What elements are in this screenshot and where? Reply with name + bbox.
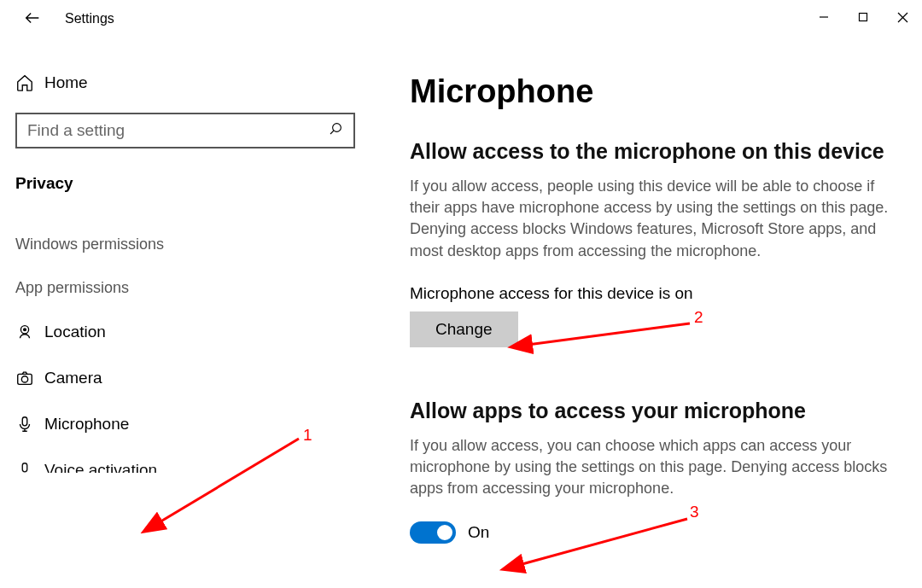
search-placeholder: Find a setting <box>27 121 125 140</box>
svg-point-7 <box>24 329 26 331</box>
allow-apps-toggle[interactable] <box>410 521 456 544</box>
close-button[interactable] <box>883 0 922 34</box>
svg-point-9 <box>21 376 27 382</box>
nav-home[interactable]: Home <box>15 73 359 92</box>
voice-activation-icon <box>15 461 44 473</box>
svg-rect-11 <box>22 463 27 472</box>
category-privacy: Privacy <box>15 174 359 193</box>
svg-line-5 <box>330 131 334 134</box>
back-button[interactable] <box>15 2 50 36</box>
group-app-permissions: App permissions <box>15 279 359 297</box>
maximize-button[interactable] <box>843 0 883 34</box>
sidebar-item-camera[interactable]: Camera <box>15 369 359 387</box>
microphone-icon <box>15 415 44 434</box>
change-button[interactable]: Change <box>410 311 518 347</box>
svg-point-4 <box>333 124 341 132</box>
sidebar-item-label: Camera <box>44 369 102 387</box>
microphone-access-status: Microphone access for this device is on <box>410 284 905 303</box>
group-windows-permissions: Windows permissions <box>15 236 359 253</box>
svg-rect-1 <box>860 14 867 21</box>
section2-heading: Allow apps to access your microphone <box>410 399 905 423</box>
nav-home-label: Home <box>44 73 88 92</box>
svg-rect-10 <box>22 417 27 426</box>
minimize-button[interactable] <box>804 0 843 34</box>
search-input[interactable]: Find a setting <box>15 113 355 148</box>
close-icon <box>897 12 908 23</box>
toggle-knob <box>437 525 452 540</box>
toggle-label: On <box>468 523 489 542</box>
minimize-icon <box>819 12 829 22</box>
page-title: Microphone <box>410 73 905 110</box>
location-icon <box>15 323 44 341</box>
sidebar-item-voice-activation[interactable]: Voice activation <box>15 461 359 473</box>
section1-heading: Allow access to the microphone on this d… <box>410 139 905 164</box>
window-title: Settings <box>65 11 114 26</box>
sidebar-item-microphone[interactable]: Microphone <box>15 415 359 434</box>
camera-icon <box>15 369 44 387</box>
sidebar-item-label: Voice activation <box>44 461 157 473</box>
sidebar-item-label: Location <box>44 323 106 341</box>
sidebar-item-location[interactable]: Location <box>15 323 359 341</box>
maximize-icon <box>858 12 868 22</box>
sidebar-item-label: Microphone <box>44 415 129 434</box>
search-icon <box>328 121 343 140</box>
home-icon <box>15 73 44 92</box>
section2-description: If you allow access, you can choose whic… <box>410 435 905 500</box>
back-arrow-icon <box>23 9 42 27</box>
section1-description: If you allow access, people using this d… <box>410 176 905 262</box>
